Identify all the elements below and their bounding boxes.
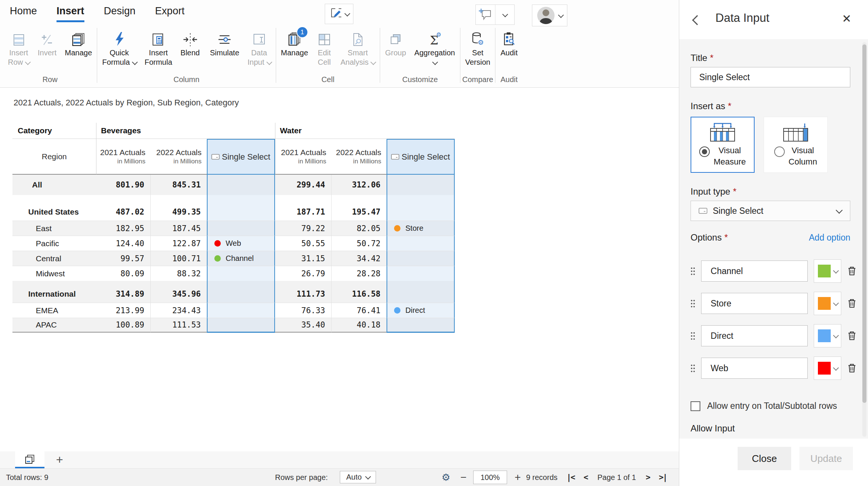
insert-as-visual-column[interactable]: Visual Column (764, 117, 828, 173)
update-button[interactable]: Update (799, 447, 853, 470)
region-header[interactable]: Region (12, 139, 96, 175)
option-color-picker[interactable] (814, 259, 842, 283)
option-color-picker[interactable] (814, 292, 842, 315)
single-select-cell[interactable]: Store (387, 221, 455, 236)
ribbon-group-customize: Group Σ⚙ Aggregation Customize (381, 24, 459, 87)
invert-button[interactable]: Invert (34, 28, 61, 58)
last-page-button[interactable]: >| (659, 473, 667, 482)
drag-handle-icon[interactable] (691, 364, 695, 373)
blend-icon (182, 28, 198, 48)
zoom-level-value[interactable]: 100% (473, 471, 507, 484)
column-group-water[interactable]: Water (275, 123, 455, 139)
single-select-column-header[interactable]: Single Select (207, 139, 275, 175)
single-select-cell[interactable] (387, 281, 455, 303)
single-select-column-header[interactable]: Single Select (387, 139, 455, 175)
single-select-cell[interactable] (207, 175, 275, 195)
audit-button[interactable]: Audit (496, 28, 522, 58)
add-sheet-button[interactable]: + (52, 452, 67, 467)
option-label-input[interactable]: Store (701, 293, 807, 314)
drag-handle-icon[interactable] (691, 332, 695, 340)
drag-handle-icon[interactable] (691, 267, 695, 276)
data-input-button[interactable]: Data Input (243, 28, 275, 67)
single-select-cell[interactable] (207, 221, 275, 236)
input-type-select[interactable]: Single Select (691, 201, 850, 221)
trash-icon[interactable] (847, 298, 857, 309)
settings-gear-icon[interactable]: ⚙ (442, 469, 450, 486)
chevron-down-icon (132, 59, 138, 65)
tab-home[interactable]: Home (10, 5, 37, 22)
corner-header[interactable]: Category (12, 123, 96, 139)
simulate-button[interactable]: Simulate (206, 28, 243, 58)
drag-handle-icon[interactable] (691, 299, 695, 308)
measure-header-2022[interactable]: 2022 Actualsin Millions (151, 139, 207, 175)
add-comment-action[interactable] (476, 5, 495, 24)
back-chevron-icon[interactable] (692, 15, 702, 25)
close-icon[interactable]: ✕ (842, 12, 851, 25)
title-input[interactable]: Single Select (691, 67, 850, 87)
single-select-cell[interactable]: Web (207, 236, 275, 251)
panel-scrollbar-thumb[interactable] (862, 44, 866, 403)
first-page-button[interactable]: |< (567, 473, 575, 482)
single-select-cell[interactable] (387, 236, 455, 251)
quick-formula-button[interactable]: Quick Formula (98, 28, 140, 67)
option-label-input[interactable]: Channel (701, 261, 807, 282)
add-option-link[interactable]: Add option (809, 233, 850, 243)
table-row-east: East 182.95 187.45 79.22 82.05 Store (12, 221, 455, 236)
column-group-beverages[interactable]: Beverages (96, 123, 275, 139)
single-select-cell[interactable] (387, 266, 455, 281)
rows-per-page-select[interactable]: Auto (340, 471, 376, 483)
single-select-cell[interactable]: Direct (387, 303, 455, 318)
single-select-cell[interactable] (387, 318, 455, 333)
trash-icon[interactable] (847, 331, 857, 341)
edit-cell-button[interactable]: Edit Cell (312, 28, 336, 67)
single-select-cell[interactable] (387, 251, 455, 266)
ribbon-band: Insert Row Invert Manage (0, 24, 679, 87)
close-button[interactable]: Close (738, 447, 791, 470)
manage-rows-button[interactable]: Manage (61, 28, 96, 58)
input-type-label: Input type* (691, 186, 857, 197)
tab-export[interactable]: Export (155, 5, 185, 22)
single-select-cell[interactable] (387, 175, 455, 195)
single-select-cell[interactable] (207, 266, 275, 281)
active-sheet-tab[interactable] (15, 451, 44, 468)
group-label-cell: Cell (277, 75, 379, 87)
single-select-cell[interactable]: Channel (207, 251, 275, 266)
add-comment-button (475, 5, 515, 25)
insert-as-visual-measure[interactable]: Visual Measure (691, 117, 755, 173)
allow-entry-checkbox[interactable] (691, 401, 700, 411)
aggregation-button[interactable]: Σ⚙ Aggregation (410, 28, 459, 67)
tab-insert[interactable]: Insert (57, 5, 84, 22)
trash-icon[interactable] (847, 363, 857, 373)
blend-button[interactable]: Blend (176, 28, 204, 58)
measure-header-2021[interactable]: 2021 Actualsin Millions (96, 139, 151, 175)
single-select-cell[interactable] (207, 318, 275, 333)
trash-icon[interactable] (847, 266, 857, 276)
ribbon-group-compare: ⚙ Set Version Compare (461, 24, 495, 87)
single-select-cell[interactable] (387, 195, 455, 221)
edit-mode-dropdown-button[interactable] (325, 4, 353, 24)
ribbon-group-audit: Audit Audit (496, 24, 522, 87)
single-select-cell[interactable] (207, 303, 275, 318)
option-label-input[interactable]: Web (701, 358, 807, 379)
smart-analysis-button[interactable]: Smart Analysis (336, 28, 379, 67)
option-color-picker[interactable] (814, 324, 842, 347)
option-label-input[interactable]: Direct (701, 325, 807, 346)
insert-formula-button[interactable]: Insert Formula (141, 28, 176, 67)
manage-columns-button[interactable]: 1 Manage (277, 28, 312, 58)
measure-header-2022[interactable]: 2022 Actualsin Millions (332, 139, 387, 175)
measure-header-2021[interactable]: 2021 Actualsin Millions (275, 139, 332, 175)
zoom-in-button[interactable]: + (515, 469, 521, 486)
group-button[interactable]: Group (381, 28, 410, 58)
option-color-picker[interactable] (814, 357, 842, 380)
tab-design[interactable]: Design (104, 5, 136, 22)
set-version-button[interactable]: ⚙ Set Version (461, 28, 495, 67)
zoom-out-button[interactable]: − (460, 469, 466, 486)
prev-page-button[interactable]: < (584, 473, 588, 482)
smart-analysis-icon (350, 28, 366, 48)
comment-dropdown[interactable] (495, 5, 515, 24)
next-page-button[interactable]: > (646, 473, 650, 482)
insert-row-button[interactable]: Insert Row (4, 28, 34, 67)
account-menu-button[interactable] (532, 5, 567, 26)
single-select-cell[interactable] (207, 195, 275, 221)
single-select-cell[interactable] (207, 281, 275, 303)
